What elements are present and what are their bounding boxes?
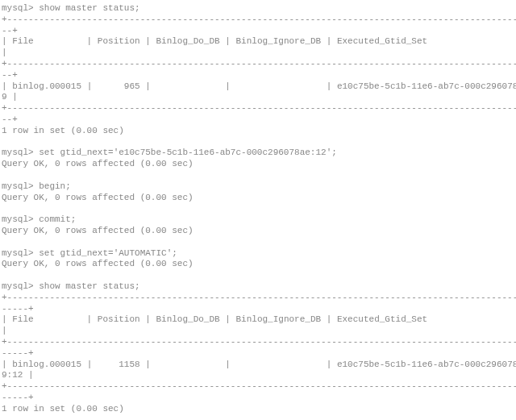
prompt: mysql> <box>2 3 34 13</box>
tbl-border: +---------------------------------------… <box>2 103 516 113</box>
tbl-border-wrap: --+ <box>2 70 18 80</box>
cmd: show master status; <box>39 3 139 13</box>
tbl-border: +---------------------------------------… <box>2 381 516 391</box>
tbl-border-wrap: -----+ <box>2 393 34 402</box>
col-position: Position <box>98 36 140 46</box>
result: Query OK, 0 rows affected (0.00 sec) <box>2 159 194 168</box>
col-binlog-do: Binlog_Do_DB <box>156 314 219 324</box>
cmd: show master status; <box>39 281 139 291</box>
cmd: begin; <box>39 181 71 191</box>
val-gtid-cont: 9 <box>2 92 7 102</box>
tbl-border: +---------------------------------------… <box>2 337 516 347</box>
col-gtid: Executed_Gtid_Set <box>337 36 427 46</box>
result: Query OK, 0 rows affected (0.00 sec) <box>2 259 194 268</box>
result: Query OK, 0 rows affected (0.00 sec) <box>2 226 194 235</box>
val-file: binlog.000015 <box>12 360 81 369</box>
col-file: File <box>12 36 33 46</box>
tbl-border-wrap: -----+ <box>2 348 34 358</box>
val-position: 1158 <box>119 360 139 369</box>
result: Query OK, 0 rows affected (0.00 sec) <box>2 193 194 202</box>
prompt: mysql> <box>2 281 34 291</box>
terminal-output: mysql> show master status; +------------… <box>0 0 516 418</box>
val-gtid: e10c75be-5c1b-11e6-ab7c-000c296078ae:1- <box>337 360 516 369</box>
cmd: commit; <box>39 214 76 224</box>
col-position: Position <box>98 314 140 324</box>
cmd: set gtid_next='e10c75be-5c1b-11e6-ab7c-0… <box>39 148 337 157</box>
tbl-border-wrap: --+ <box>2 114 18 124</box>
col-file: File <box>12 314 33 324</box>
prompt: mysql> <box>2 181 34 191</box>
col-binlog-ignore: Binlog_Ignore_DB <box>235 36 321 46</box>
tbl-border-wrap: --+ <box>2 26 18 35</box>
col-gtid: Executed_Gtid_Set <box>337 314 427 324</box>
col-binlog-ignore: Binlog_Ignore_DB <box>235 314 321 324</box>
val-position: 965 <box>124 81 140 91</box>
tbl-border: +---------------------------------------… <box>2 59 516 69</box>
val-gtid-cont: 9:12 <box>2 370 23 380</box>
prompt: mysql> <box>2 214 34 224</box>
tbl-border: +---------------------------------------… <box>2 15 516 24</box>
result: 1 row in set (0.00 sec) <box>2 404 124 414</box>
result: 1 row in set (0.00 sec) <box>2 126 124 135</box>
tbl-border-wrap: -----+ <box>2 304 34 314</box>
val-file: binlog.000015 <box>12 81 81 91</box>
prompt: mysql> <box>2 148 34 157</box>
cmd: set gtid_next='AUTOMATIC'; <box>39 248 177 258</box>
prompt: mysql> <box>2 248 34 258</box>
tbl-border: +---------------------------------------… <box>2 293 516 302</box>
col-binlog-do: Binlog_Do_DB <box>156 36 219 46</box>
val-gtid: e10c75be-5c1b-11e6-ab7c-000c296078ae:1- <box>337 81 516 91</box>
